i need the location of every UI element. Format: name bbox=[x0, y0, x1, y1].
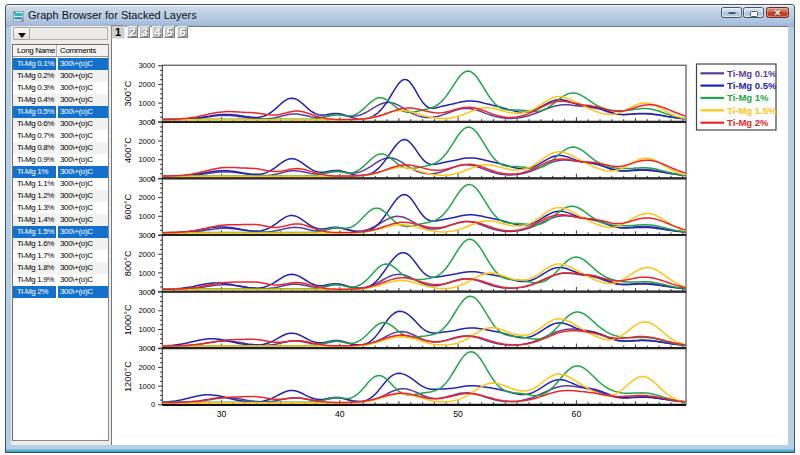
svg-text:1000: 1000 bbox=[138, 155, 155, 164]
svg-text:Ti-Mg 0.1%: Ti-Mg 0.1% bbox=[727, 68, 777, 79]
svg-text:3000: 3000 bbox=[138, 231, 155, 240]
svg-text:1000: 1000 bbox=[138, 269, 155, 278]
svg-text:1200°C: 1200°C bbox=[123, 361, 133, 392]
svg-text:400°C: 400°C bbox=[123, 137, 133, 163]
svg-text:Ti-Mg 1.5%: Ti-Mg 1.5% bbox=[727, 105, 777, 116]
svg-text:800°C: 800°C bbox=[123, 250, 133, 276]
svg-text:3000: 3000 bbox=[138, 118, 155, 127]
svg-text:60: 60 bbox=[572, 409, 582, 419]
svg-text:1000: 1000 bbox=[138, 382, 155, 391]
svg-text:Ti-Mg 0.5%: Ti-Mg 0.5% bbox=[727, 80, 777, 91]
svg-text:Ti-Mg 1%: Ti-Mg 1% bbox=[727, 92, 769, 103]
svg-text:2000: 2000 bbox=[138, 306, 155, 315]
svg-text:1000°C: 1000°C bbox=[123, 304, 133, 335]
svg-text:1000: 1000 bbox=[138, 325, 155, 334]
svg-text:3000: 3000 bbox=[138, 175, 155, 184]
svg-text:2000: 2000 bbox=[138, 193, 155, 202]
svg-text:2000: 2000 bbox=[138, 137, 155, 146]
svg-text:Ti-Mg 2%: Ti-Mg 2% bbox=[727, 117, 769, 128]
svg-text:40: 40 bbox=[335, 409, 345, 419]
svg-text:600°C: 600°C bbox=[123, 193, 133, 219]
svg-text:2000: 2000 bbox=[138, 80, 155, 89]
svg-text:2000: 2000 bbox=[138, 363, 155, 372]
svg-text:1000: 1000 bbox=[138, 212, 155, 221]
svg-text:3000: 3000 bbox=[138, 288, 155, 297]
svg-text:1000: 1000 bbox=[138, 99, 155, 108]
svg-text:3000: 3000 bbox=[138, 344, 155, 353]
svg-text:50: 50 bbox=[453, 409, 463, 419]
svg-text:2000: 2000 bbox=[138, 250, 155, 259]
svg-text:0: 0 bbox=[151, 400, 155, 409]
svg-text:3000: 3000 bbox=[138, 61, 155, 70]
svg-text:30: 30 bbox=[217, 409, 227, 419]
svg-text:300°C: 300°C bbox=[123, 80, 133, 106]
